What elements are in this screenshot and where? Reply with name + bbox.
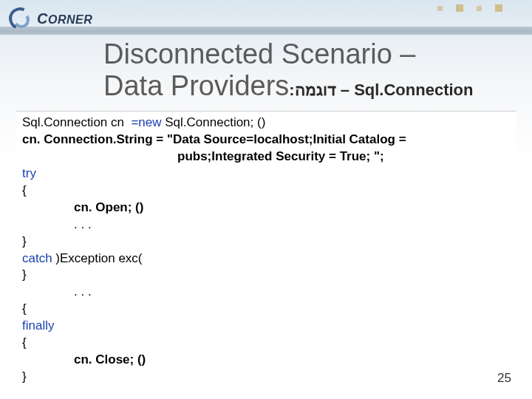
logo-text: CORNER	[37, 10, 92, 27]
code-line: finally	[22, 318, 510, 335]
code-line: }	[22, 233, 510, 250]
code-line: . . .	[22, 216, 510, 233]
code-line: {	[22, 335, 510, 352]
code-line: Sql.Connection cn =new Sql.Connection; (…	[22, 115, 510, 132]
page-number: 25	[497, 371, 511, 386]
slide-header: CORNER	[0, 0, 532, 38]
code-line: {	[22, 183, 510, 200]
code-line: try	[22, 166, 510, 183]
code-line: pubs;Integrated Security = True; ";	[22, 149, 510, 166]
code-block: Sql.Connection cn =new Sql.Connection; (…	[16, 111, 516, 389]
slide: CORNER Disconnected Scenario – Data Prov…	[0, 0, 532, 399]
slide-title: Disconnected Scenario – Data Providers:ד…	[0, 38, 532, 102]
accent-square-icon	[456, 4, 463, 12]
logo-swirl-icon	[4, 3, 35, 34]
code-line: {	[22, 301, 510, 318]
accent-square-icon	[477, 6, 482, 11]
code-line: cn. Connection.String = "Data Source=loc…	[22, 132, 510, 149]
title-subtitle: :דוגמה – Sql.Connection	[289, 81, 473, 99]
code-line: catch )Exception exc(	[22, 250, 510, 267]
code-line: cn. Open; ()	[22, 200, 510, 216]
code-line: . . .	[22, 284, 510, 301]
corner-logo: CORNER	[4, 3, 92, 34]
title-line-2: Data Providers	[103, 70, 289, 101]
code-line: }	[22, 267, 510, 284]
code-line: cn. Close; ()	[22, 352, 510, 369]
accent-square-icon	[437, 6, 443, 11]
title-line-1: Disconnected Scenario –	[103, 38, 514, 70]
code-line: }	[22, 369, 510, 386]
decorative-accents	[437, 4, 502, 12]
accent-square-icon	[495, 4, 502, 12]
